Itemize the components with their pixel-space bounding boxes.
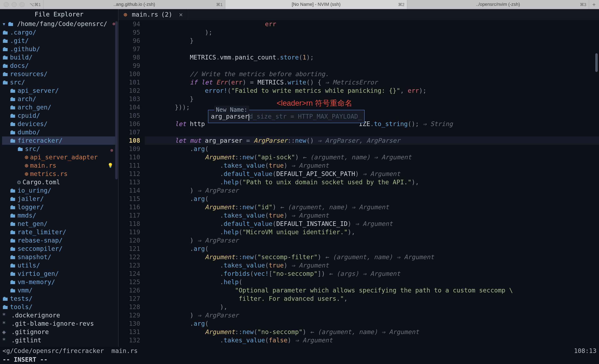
tree-folder[interactable]: 🖿src/ [2, 145, 116, 153]
tree-file[interactable]: ◈ .gitignore [2, 328, 116, 336]
tree-folder[interactable]: 🖿io_uring/ [2, 186, 116, 195]
zoom-window-icon[interactable] [19, 2, 25, 7]
tree-file[interactable]: ⚙Cargo.toml [2, 178, 116, 186]
tree-folder[interactable]: 🖿.cargo/ [2, 28, 116, 37]
terminal-tab-3[interactable]: ../opensrc/nvim (-zsh) ⌘3 [407, 0, 589, 9]
folder-icon: 🖿 [9, 244, 16, 253]
tree-folder[interactable]: 🖿net_gen/⊗ [2, 220, 116, 228]
file-explorer-panel: File Explorer ▾ 🖿 /home/fang/Code/opensr… [0, 9, 119, 346]
tree-folder[interactable]: 🖿utils/ [2, 261, 116, 270]
tree-folder[interactable]: 🖿snapshot/ [2, 253, 116, 261]
tree-file[interactable]: * .git-blame-ignore-revs [2, 320, 116, 328]
terminal-tabbar: ⌥⌘1 ..ang.github.io (-zsh) ⌘1 [No Name] … [0, 0, 599, 9]
tree-file[interactable]: * .dockerignore [2, 311, 116, 320]
editor-scrollbar[interactable] [594, 20, 598, 222]
tree-folder[interactable]: 🖿vmm/ [2, 286, 116, 294]
line-number: 104 [119, 103, 140, 112]
tree-folder[interactable]: 🖿mmds/ [2, 211, 116, 220]
tree-folder[interactable]: 🖿logger/ [2, 203, 116, 211]
editor-tab-count: (2) [161, 10, 172, 19]
line-number: 116 [119, 203, 140, 211]
tree-item-label: docs/ [10, 61, 29, 70]
scrollbar-thumb[interactable] [115, 21, 118, 179]
folder-icon: 🖿 [9, 136, 16, 145]
folder-icon: 🖿 [9, 261, 16, 270]
line-number: 114 [119, 186, 140, 195]
tree-item-label: rebase-snap/ [18, 236, 63, 245]
tree-item-label: firecracker/ [18, 136, 63, 145]
line-number: 113 [119, 178, 140, 186]
tree-item-label: vmm/ [18, 286, 32, 295]
tree-item-label: jailer/ [18, 195, 44, 203]
folder-icon: 🖿 [9, 203, 16, 212]
tree-folder[interactable]: 🖿arch/ [2, 95, 116, 103]
close-tab-icon[interactable]: ✕ [179, 10, 183, 19]
tree-folder[interactable]: 🖿rate_limiter/ [2, 228, 116, 236]
tree-folder[interactable]: 🖿firecracker/ [2, 136, 116, 145]
tree-folder[interactable]: 🖿dumbo/ [2, 128, 116, 136]
folder-icon: 🖿 [2, 61, 8, 70]
status-breadcrumb: <g/Code/opensrc/firecracker [2, 346, 104, 355]
line-number: 95 [119, 28, 140, 37]
scrollbar-thumb[interactable] [595, 53, 598, 72]
tree-item-label: .git-blame-ignore-revs [11, 319, 94, 328]
editor-panel: ⊛ main.rs (2) ✕ 949596979899100101102103… [119, 9, 599, 346]
lsp-rename-popup[interactable]: New Name: arg_parserd_size_str = HTTP_MA… [208, 110, 365, 123]
line-number: 120 [119, 236, 140, 245]
tree-file[interactable]: ⊛main.rs💡 [2, 161, 116, 170]
file-explorer-path[interactable]: ▾ 🖿 /home/fang/Code/opensrc/ ⊗ [0, 19, 118, 28]
line-number: 118 [119, 220, 140, 228]
folder-icon: 🖿 [2, 294, 8, 303]
tree-folder[interactable]: 🖿src/⊗ [2, 78, 116, 87]
tree-folder[interactable]: 🖿seccompiler/ [2, 245, 116, 253]
tree-item-label: devices/ [18, 120, 48, 128]
tree-folder[interactable]: 🖿docs/ [2, 62, 116, 70]
explorer-scrollbar[interactable] [115, 21, 118, 346]
terminal-tab-1[interactable]: ..ang.github.io (-zsh) ⌘1 [44, 0, 225, 9]
tree-folder[interactable]: 🖿vm-memory/ [2, 278, 116, 286]
terminal-tab-0[interactable]: ⌥⌘1 [28, 0, 44, 9]
tree-folder[interactable]: 🖿rebase-snap/ [2, 236, 116, 245]
rust-file-icon: ⊛ [123, 10, 127, 19]
window-traffic-lights[interactable] [0, 2, 28, 7]
status-mode: -- INSERT -- [2, 355, 48, 364]
file-glyph-icon: * [2, 336, 9, 345]
gear-icon: ⚙ [17, 178, 21, 186]
terminal-tab-2[interactable]: [No Name] - NVIM (ssh) ⌘2 [225, 0, 407, 9]
tree-file[interactable]: ⊛api_server_adapter [2, 153, 116, 161]
folder-icon: 🖿 [9, 269, 16, 278]
editor-tab-main-rs[interactable]: ⊛ main.rs (2) ✕ [119, 9, 188, 20]
tree-folder[interactable]: 🖿tools/ [2, 303, 116, 311]
folder-icon: 🖿 [9, 219, 16, 228]
add-tab-button[interactable]: + [589, 0, 599, 9]
editor-tab-name: main.rs [132, 10, 158, 19]
tree-item-label: vm-memory/ [18, 278, 55, 286]
code-line: } [145, 37, 194, 44]
tree-folder[interactable]: 🖿devices/ [2, 120, 116, 128]
tree-folder[interactable]: 🖿tests/ [2, 294, 116, 303]
folder-icon: 🖿 [9, 86, 16, 95]
tree-folder[interactable]: 🖿cpuid/ [2, 112, 116, 120]
editor-tabstrip: ⊛ main.rs (2) ✕ [119, 9, 599, 20]
minimize-window-icon[interactable] [12, 2, 17, 7]
tree-folder[interactable]: 🖿virtio_gen/ [2, 270, 116, 278]
tree-folder[interactable]: 🖿resources/ [2, 70, 116, 78]
line-number: 110 [119, 153, 140, 161]
line-number: 96 [119, 37, 140, 45]
tree-folder[interactable]: 🖿jailer/ [2, 195, 116, 203]
code-text[interactable]: err ); } METRICS.vmm.panic_count.store(1… [145, 20, 599, 346]
file-glyph-icon: * [2, 319, 9, 328]
tree-folder[interactable]: 🖿build/ [2, 53, 116, 62]
tree-file[interactable]: * .gitlint [2, 336, 116, 345]
tree-folder[interactable]: 🖿.git/ [2, 37, 116, 45]
file-tree[interactable]: 🖿.cargo/🖿.git/🖿.github/🖿build/🖿docs/🖿res… [0, 28, 118, 345]
tree-folder[interactable]: 🖿.github/ [2, 45, 116, 53]
line-number: 129 [119, 311, 140, 320]
tree-file[interactable]: ⊛metrics.rs [2, 170, 116, 178]
tree-item-label: cpuid/ [18, 111, 40, 120]
tree-folder[interactable]: 🖿api_server/ [2, 87, 116, 95]
tree-folder[interactable]: 🖿arch_gen/ [2, 103, 116, 112]
close-window-icon[interactable] [4, 2, 9, 7]
code-area[interactable]: 9495969798991001011021031041051061071081… [119, 20, 599, 346]
line-number: 125 [119, 278, 140, 286]
